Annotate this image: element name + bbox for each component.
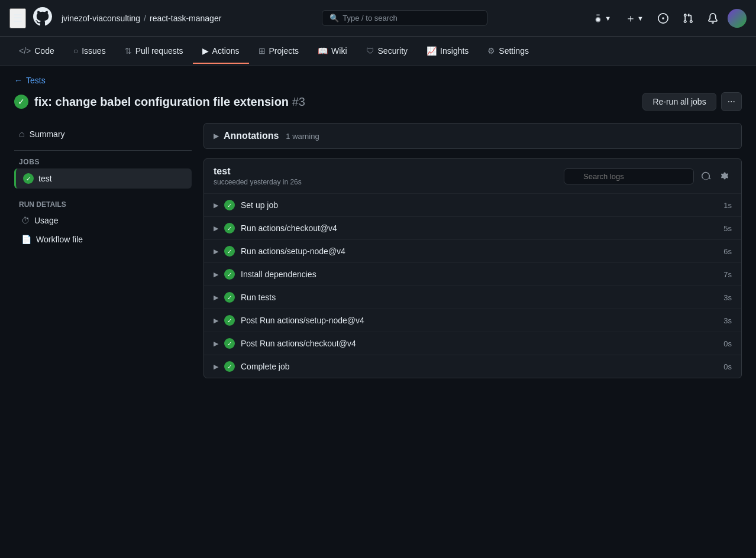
- nav-actions[interactable]: ▶ Actions: [193, 39, 249, 64]
- insights-icon: 📈: [427, 46, 437, 56]
- notifications-button[interactable]: [703, 11, 723, 26]
- log-steps: ▶ ✓ Set up job 1s ▶ ✓ Run actions/checko…: [204, 194, 741, 378]
- workflow-file-icon: 📄: [21, 235, 31, 244]
- settings-logs-button[interactable]: [718, 169, 732, 183]
- nav-insights[interactable]: 📈 Insights: [417, 39, 478, 64]
- nav-insights-label: Insights: [440, 46, 469, 56]
- nav-settings[interactable]: ⚙ Settings: [478, 39, 538, 64]
- log-title-section: test succeeded yesterday in 26s: [214, 166, 302, 186]
- step-duration: 6s: [723, 247, 732, 256]
- job-success-icon: ✓: [23, 173, 34, 184]
- search-logs-input[interactable]: [564, 168, 694, 184]
- log-title: test: [214, 166, 302, 177]
- settings-icon: ⚙: [487, 46, 495, 56]
- plus-button[interactable]: ＋ ▼: [621, 9, 648, 28]
- wiki-icon: 📖: [318, 46, 328, 56]
- step-success-icon: ✓: [224, 315, 235, 326]
- nav-wiki-label: Wiki: [331, 46, 347, 56]
- nav-actions-label: Actions: [212, 46, 240, 56]
- step-chevron-icon: ▶: [214, 340, 218, 348]
- log-actions: 🔍: [564, 168, 732, 184]
- step-success-icon: ✓: [224, 338, 235, 349]
- step-success-icon: ✓: [224, 223, 235, 233]
- step-success-icon: ✓: [224, 361, 235, 372]
- jobs-section-label: Jobs: [14, 155, 192, 168]
- step-name: Post Run actions/setup-node@v4: [241, 316, 723, 325]
- breadcrumb-repo[interactable]: react-task-manager: [150, 14, 221, 23]
- step-name: Install dependencies: [241, 270, 723, 279]
- step-name: Post Run actions/checkout@v4: [241, 339, 723, 348]
- search-placeholder: Type / to search: [343, 14, 398, 22]
- step-name: Run tests: [241, 293, 723, 302]
- nav-issues[interactable]: ○ Issues: [64, 39, 115, 64]
- run-status-icon: ✓: [14, 95, 28, 109]
- run-details-label: Run details: [14, 198, 192, 211]
- log-step[interactable]: ▶ ✓ Run tests 3s: [204, 286, 741, 309]
- nav-projects[interactable]: ⊞ Projects: [249, 39, 309, 64]
- github-logo-icon: [33, 7, 52, 30]
- step-name: Set up job: [241, 200, 723, 210]
- step-name: Run actions/setup-node@v4: [241, 246, 723, 256]
- log-step[interactable]: ▶ ✓ Complete job 0s: [204, 355, 741, 378]
- log-step[interactable]: ▶ ✓ Run actions/checkout@v4 5s: [204, 217, 741, 240]
- chevron-down-icon: ▼: [605, 15, 611, 22]
- run-detail-workflow-file[interactable]: 📄 Workflow file: [14, 230, 192, 249]
- run-title-text: fix: change babel configuration file ext…: [34, 95, 289, 108]
- projects-icon: ⊞: [259, 46, 266, 56]
- run-detail-usage[interactable]: ⏱ Usage: [14, 211, 192, 230]
- global-search[interactable]: 🔍 Type / to search: [322, 10, 487, 26]
- sidebar-job-test[interactable]: ✓ test: [14, 168, 192, 189]
- step-duration: 0s: [723, 339, 732, 348]
- step-duration: 0s: [723, 362, 732, 371]
- log-subtitle: succeeded yesterday in 26s: [214, 178, 302, 186]
- step-success-icon: ✓: [224, 269, 235, 280]
- title-left: ✓ fix: change babel configuration file e…: [14, 95, 305, 109]
- step-duration: 3s: [723, 293, 732, 302]
- nav-security[interactable]: 🛡 Security: [357, 39, 418, 64]
- back-link[interactable]: ← Tests: [14, 76, 742, 85]
- log-step[interactable]: ▶ ✓ Run actions/setup-node@v4 6s: [204, 240, 741, 263]
- breadcrumb: jvinezof-viaconsulting / react-task-mana…: [62, 14, 221, 23]
- nav-wiki[interactable]: 📖 Wiki: [308, 39, 356, 64]
- usage-icon: ⏱: [21, 216, 30, 225]
- nav-code[interactable]: </> Code: [9, 39, 64, 64]
- breadcrumb-org[interactable]: jvinezof-viaconsulting: [62, 14, 140, 23]
- sidebar-summary-label: Summary: [30, 129, 65, 139]
- more-options-button[interactable]: ···: [721, 92, 742, 111]
- nav-security-label: Security: [378, 46, 408, 56]
- sidebar-summary[interactable]: ⌂ Summary: [14, 123, 192, 145]
- workflow-file-label: Workflow file: [36, 235, 83, 244]
- step-duration: 1s: [723, 201, 732, 210]
- step-chevron-icon: ▶: [214, 317, 218, 325]
- annotations-chevron-icon: ▶: [214, 132, 219, 140]
- home-icon: ⌂: [19, 129, 25, 140]
- log-step[interactable]: ▶ ✓ Set up job 1s: [204, 194, 741, 217]
- code-icon: </>: [19, 46, 31, 56]
- usage-label: Usage: [34, 216, 58, 225]
- refresh-logs-button[interactable]: [699, 169, 713, 183]
- search-icon: 🔍: [329, 14, 339, 22]
- hamburger-button[interactable]: ☰: [9, 8, 26, 28]
- avatar[interactable]: [728, 9, 747, 28]
- annotations-header[interactable]: ▶ Annotations 1 warning: [204, 124, 741, 148]
- nav-issues-label: Issues: [82, 46, 105, 56]
- back-arrow-icon: ←: [14, 76, 22, 85]
- log-step[interactable]: ▶ ✓ Post Run actions/checkout@v4 0s: [204, 332, 741, 355]
- title-actions: Re-run all jobs ···: [642, 92, 742, 111]
- rerun-all-jobs-button[interactable]: Re-run all jobs: [642, 93, 716, 111]
- nav-actions: ▼ ＋ ▼: [588, 9, 747, 28]
- nav-projects-label: Projects: [269, 46, 299, 56]
- step-duration: 7s: [723, 270, 732, 279]
- title-row: ✓ fix: change babel configuration file e…: [14, 92, 742, 111]
- log-step[interactable]: ▶ ✓ Install dependencies 7s: [204, 263, 741, 286]
- step-chevron-icon: ▶: [214, 294, 218, 301]
- nav-pullrequests[interactable]: ⇅ Pull requests: [115, 39, 193, 64]
- copilot-button[interactable]: ▼: [588, 11, 616, 26]
- search-logs-wrapper: 🔍: [564, 168, 694, 184]
- breadcrumb-separator: /: [144, 14, 146, 23]
- pullrequests-button[interactable]: [678, 11, 698, 26]
- content-area: ⌂ Summary Jobs ✓ test Run details ⏱ Usag…: [14, 123, 742, 378]
- log-step[interactable]: ▶ ✓ Post Run actions/setup-node@v4 3s: [204, 309, 741, 332]
- issues-button[interactable]: [653, 11, 673, 26]
- main-panel: ▶ Annotations 1 warning test succeeded y…: [203, 123, 742, 378]
